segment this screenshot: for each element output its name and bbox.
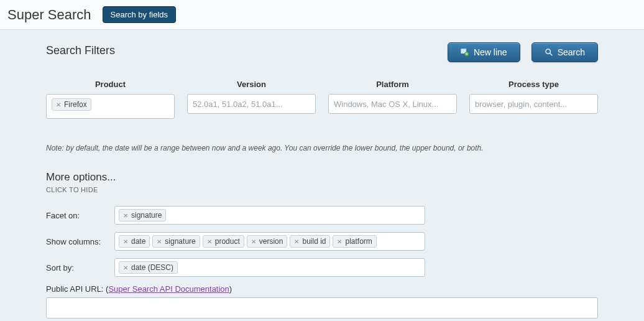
tag-label: signature — [165, 237, 195, 246]
tag-version[interactable]: ✕version — [247, 235, 288, 248]
filter-platform: Platform Windows, Mac OS X, Linux... — [328, 80, 457, 119]
filter-product: Product ✕ Firefox — [46, 80, 175, 119]
close-icon[interactable]: ✕ — [123, 238, 128, 245]
filter-version: Version 52.0a1, 51.0a2, 51.0a1... — [187, 80, 316, 119]
page-title: Super Search — [7, 7, 91, 23]
tag-platform[interactable]: ✕platform — [333, 235, 376, 248]
search-icon — [545, 48, 553, 57]
sort-by-input[interactable]: ✕date (DESC) — [114, 258, 425, 277]
api-close: ) — [229, 284, 232, 294]
api-row: Public API URL: (Super Search API Docume… — [46, 284, 598, 294]
close-icon[interactable]: ✕ — [56, 101, 61, 108]
api-url-input[interactable] — [46, 297, 598, 319]
close-icon[interactable]: ✕ — [123, 264, 128, 271]
close-icon[interactable]: ✕ — [337, 238, 342, 245]
tag-signature2[interactable]: ✕signature — [152, 235, 200, 248]
facet-input[interactable]: ✕ signature — [114, 206, 425, 225]
filter-label-version: Version — [187, 80, 316, 89]
note-text: Note: by default, the date will be a ran… — [46, 144, 598, 152]
filters-grid: Product ✕ Firefox Version 52.0a1, 51.0a2… — [46, 80, 598, 119]
show-columns-row: Show columns: ✕date ✕signature ✕product … — [46, 232, 598, 251]
svg-point-2 — [546, 49, 550, 54]
version-placeholder: 52.0a1, 51.0a2, 51.0a1... — [193, 100, 283, 109]
filters-title: Search Filters — [46, 44, 115, 57]
sort-by-label: Sort by: — [46, 263, 114, 272]
new-line-button[interactable]: New line — [448, 42, 520, 62]
sort-by-row: Sort by: ✕date (DESC) — [46, 258, 598, 277]
close-icon[interactable]: ✕ — [157, 238, 162, 245]
tag-label: date (DESC) — [131, 263, 173, 272]
tag-label: build id — [302, 237, 326, 246]
tag-label: product — [215, 237, 240, 246]
filter-label-platform: Platform — [328, 80, 457, 89]
tag-date-desc[interactable]: ✕date (DESC) — [119, 261, 178, 274]
tag-product[interactable]: ✕product — [203, 235, 244, 248]
filters-header: Search Filters New line Search — [46, 39, 598, 62]
filter-process-type: Process type browser, plugin, content... — [469, 80, 598, 119]
tag-label: Firefox — [64, 100, 87, 109]
tag-label: signature — [131, 211, 162, 220]
action-buttons: New line Search — [448, 42, 598, 62]
api-doc-link[interactable]: Super Search API Documentation — [108, 284, 229, 294]
show-columns-input[interactable]: ✕date ✕signature ✕product ✕version ✕buil… — [114, 232, 425, 251]
filter-label-process-type: Process type — [469, 80, 598, 89]
show-columns-label: Show columns: — [46, 237, 114, 246]
click-to-hide[interactable]: CLICK TO HIDE — [46, 186, 598, 193]
more-options-title[interactable]: More options... — [46, 171, 598, 184]
tag-label: date — [131, 237, 145, 246]
facet-label: Facet on: — [46, 211, 114, 220]
tag-label: platform — [345, 237, 372, 246]
close-icon[interactable]: ✕ — [251, 238, 256, 245]
tag-firefox[interactable]: ✕ Firefox — [52, 98, 91, 111]
process-type-input[interactable]: browser, plugin, content... — [469, 94, 598, 114]
search-button[interactable]: Search — [531, 42, 598, 62]
tag-date[interactable]: ✕date — [119, 235, 150, 248]
facet-row: Facet on: ✕ signature — [46, 206, 598, 225]
new-line-icon — [461, 48, 469, 57]
api-label: Public API URL: ( — [46, 284, 108, 294]
tag-signature[interactable]: ✕ signature — [119, 209, 166, 221]
tag-label: version — [259, 237, 283, 246]
platform-placeholder: Windows, Mac OS X, Linux... — [334, 100, 438, 109]
version-input[interactable]: 52.0a1, 51.0a2, 51.0a1... — [187, 94, 316, 114]
svg-line-3 — [550, 53, 552, 55]
search-label: Search — [558, 47, 585, 57]
product-input[interactable]: ✕ Firefox — [46, 94, 175, 119]
tab-search-by-fields[interactable]: Search by fields — [103, 6, 177, 23]
tag-build-id[interactable]: ✕build id — [290, 235, 330, 248]
content: Search Filters New line Search Product ✕ — [0, 30, 644, 321]
filter-label-product: Product — [46, 80, 175, 89]
new-line-label: New line — [474, 47, 507, 57]
close-icon[interactable]: ✕ — [123, 212, 128, 219]
process-type-placeholder: browser, plugin, content... — [475, 100, 567, 109]
platform-input[interactable]: Windows, Mac OS X, Linux... — [328, 94, 457, 114]
top-bar: Super Search Search by fields — [0, 0, 644, 30]
close-icon[interactable]: ✕ — [207, 238, 212, 245]
close-icon[interactable]: ✕ — [294, 238, 299, 245]
